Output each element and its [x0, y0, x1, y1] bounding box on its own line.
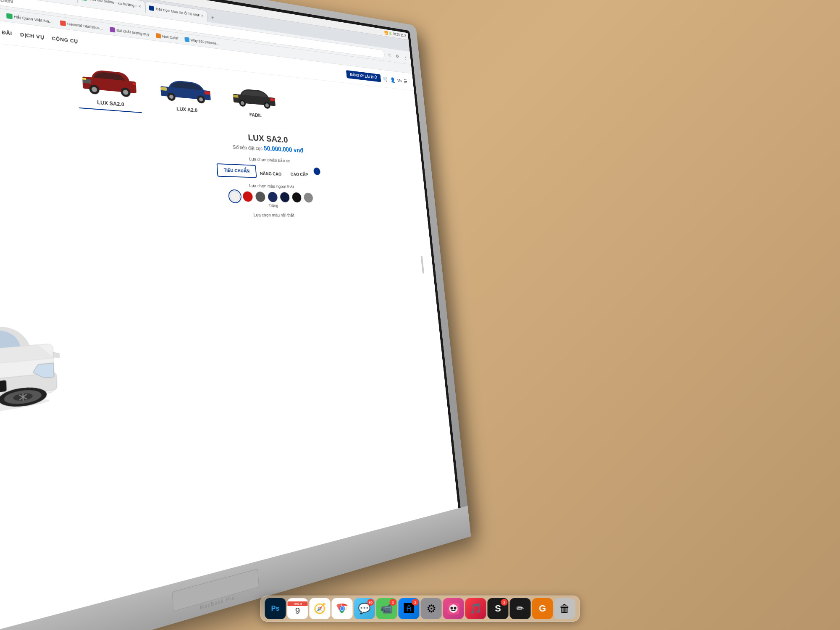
- calendar-month: THG 8: [288, 601, 308, 606]
- color-darkblue1[interactable]: [268, 192, 278, 202]
- bookmark-label-7: Why $10 phimes...: [190, 38, 219, 45]
- cart-icon[interactable]: 🛒: [383, 76, 388, 82]
- car-item-lux-sa2[interactable]: LUX SA2.0: [77, 61, 142, 113]
- color-white[interactable]: [230, 191, 240, 202]
- version-tieu-chuan[interactable]: TIÊU CHUẨN: [216, 163, 257, 178]
- svg-rect-13: [160, 87, 167, 91]
- dock-photoshop[interactable]: Ps: [265, 598, 286, 619]
- tab-favicon-3: [81, 0, 87, 1]
- tab-close-3[interactable]: ✕: [138, 4, 142, 9]
- svg-rect-14: [205, 91, 210, 95]
- car-name-lux-a2: LUX A2.0: [176, 106, 198, 113]
- dock-finder[interactable]: [443, 598, 464, 619]
- music-icon: 🎵: [470, 603, 482, 614]
- car-image-lux-sa2: [77, 61, 142, 101]
- header-right: ĐĂNG KÝ LÁI THỬ 🛒 👤 VN ☰: [346, 70, 408, 85]
- sketchbook-badge: 2: [501, 599, 508, 606]
- register-test-drive-button[interactable]: ĐĂNG KÝ LÁI THỬ: [346, 70, 381, 82]
- nav-cong-cu[interactable]: CÔNG CỤ: [52, 36, 78, 45]
- version-cao-cap[interactable]: CAO CẤP: [290, 166, 308, 179]
- color-lightgray[interactable]: [304, 193, 313, 203]
- car-item-lux-a2[interactable]: LUX A2.0: [156, 70, 215, 119]
- dock-sketchbook[interactable]: S 2: [488, 598, 509, 619]
- svg-rect-21: [270, 98, 275, 101]
- chrome-icon: [336, 602, 349, 615]
- color-black[interactable]: [292, 192, 302, 202]
- address-text: fastauto.com/vn_vi/vinfast-cars-deposit.…: [0, 0, 13, 4]
- trash-icon: 🗑: [559, 602, 570, 615]
- dock-appstore[interactable]: 🅰 2: [399, 598, 420, 619]
- tab-favicon-4: [149, 5, 154, 11]
- deposit-label: Số tiền đặt cọc: [233, 144, 263, 152]
- large-car-image: VF LUX SA2.0: [0, 299, 70, 433]
- svg-point-48: [449, 604, 458, 613]
- wifi-icon: 📶: [384, 31, 388, 35]
- dock-music[interactable]: 🎵: [465, 598, 486, 619]
- bookmark-favicon-3: [6, 13, 13, 19]
- dock-g-app[interactable]: G: [532, 598, 553, 619]
- safari-icon: 🧭: [314, 603, 326, 614]
- svg-rect-51: [452, 610, 456, 611]
- language-selector[interactable]: VN: [397, 78, 402, 83]
- g-app-icon: G: [539, 603, 546, 614]
- dock-safari[interactable]: 🧭: [310, 598, 331, 619]
- car-image-fadil: [227, 77, 280, 113]
- appstore-badge: 2: [412, 599, 419, 606]
- bookmark-star[interactable]: ☆: [386, 51, 393, 59]
- pen-icon: ✏: [517, 603, 524, 614]
- car-svg-lux-a2: [156, 70, 214, 107]
- hamburger-menu-icon[interactable]: ☰: [404, 79, 408, 84]
- preferences-icon: ⚙: [426, 602, 436, 615]
- user-icon[interactable]: 👤: [390, 77, 395, 83]
- car-name-fadil: FADIL: [249, 112, 262, 118]
- dock-trash[interactable]: 🗑: [554, 598, 575, 619]
- new-tab-button[interactable]: +: [207, 11, 217, 23]
- laptop-wrapper:  Sửa Xem Nhật ký Dấu trang Hồ sơ Thẻ Cử…: [0, 0, 568, 602]
- bookmark-favicon-5: [110, 27, 115, 32]
- car-image-lux-a2: [156, 70, 214, 107]
- bookmark-favicon-6: [156, 33, 161, 38]
- laptop-body:  Sửa Xem Nhật ký Dấu trang Hồ sơ Thẻ Cử…: [0, 0, 471, 630]
- color-red[interactable]: [242, 191, 253, 202]
- photoshop-icon: Ps: [271, 605, 280, 612]
- interior-color-label: Lựa chọn màu nội thất: [87, 212, 419, 218]
- dock-calendar[interactable]: THG 8 9: [287, 598, 308, 619]
- deposit-amount: 50.000.000 vnđ: [263, 145, 303, 154]
- menu-dots-button[interactable]: ⋮: [402, 53, 409, 61]
- dock: Ps THG 8 9 🧭 💬 60 📹 2 🅰 2: [260, 596, 580, 622]
- car-svg-lux-sa2: [77, 61, 142, 101]
- color-gray[interactable]: [255, 192, 266, 202]
- bookmark-label-4: General Statistics...: [67, 21, 103, 30]
- calendar-date: 9: [295, 606, 300, 616]
- extensions-button[interactable]: ⚙: [394, 52, 401, 60]
- dock-preferences[interactable]: ⚙: [421, 598, 442, 619]
- car-svg-fadil: [227, 77, 280, 113]
- bookmark-favicon-7: [184, 37, 189, 42]
- version-nang-cao[interactable]: NÂNG CAO: [259, 165, 282, 178]
- tab-close-4[interactable]: ✕: [201, 13, 204, 18]
- bookmark-favicon-4: [60, 20, 66, 26]
- finder-icon: [448, 603, 459, 614]
- sketchbook-icon: S: [495, 603, 501, 614]
- svg-rect-20: [233, 94, 239, 98]
- scroll-indicator: [313, 168, 320, 175]
- car-name-lux-sa2: LUX SA2.0: [97, 100, 124, 108]
- nav-uu-dai[interactable]: ƯU ĐÃI: [0, 28, 12, 37]
- facetime-badge: 2: [390, 599, 396, 606]
- svg-rect-7: [132, 83, 136, 85]
- bookmark-label-5: Bài chất lượng quý: [116, 28, 150, 37]
- nav-dich-vu[interactable]: DỊCH VỤ: [20, 32, 44, 40]
- large-car-svg: VF LUX SA2.0: [0, 299, 70, 433]
- dock-facetime[interactable]: 📹 2: [376, 598, 397, 619]
- scroll-handle[interactable]: [421, 256, 424, 273]
- dock-chrome[interactable]: [332, 598, 353, 619]
- color-darkblue2[interactable]: [280, 192, 290, 202]
- dock-pen[interactable]: ✏: [510, 598, 531, 619]
- bookmark-label-6: Noti Cafef: [162, 34, 178, 40]
- svg-point-49: [451, 607, 453, 610]
- time-display: 10:38 11 2: [393, 32, 406, 38]
- svg-point-46: [341, 607, 344, 610]
- car-item-fadil[interactable]: FADIL: [227, 77, 281, 123]
- car-underline-lux-sa2: [79, 108, 142, 113]
- dock-messages[interactable]: 💬 60: [354, 598, 375, 619]
